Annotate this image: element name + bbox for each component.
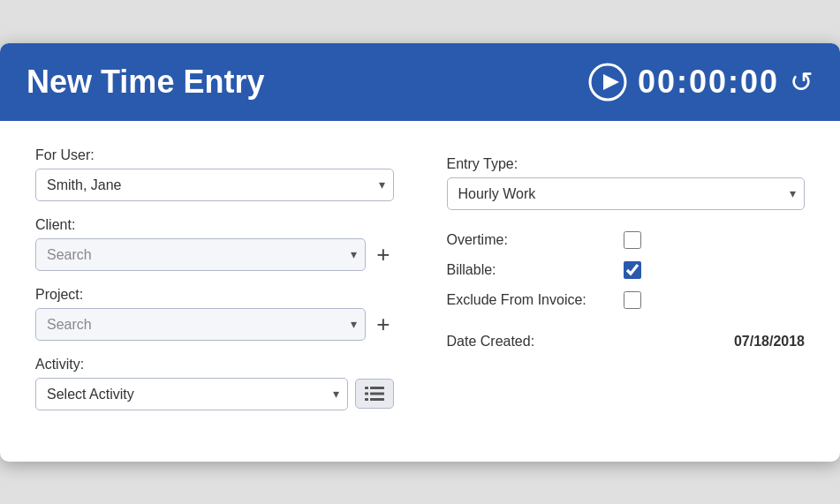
add-project-button[interactable]: + — [373, 312, 393, 335]
client-label: Client: — [35, 217, 394, 233]
play-icon[interactable] — [588, 63, 627, 102]
date-created-value: 07/18/2018 — [734, 334, 805, 350]
project-field-row: Search ▾ + — [35, 308, 394, 341]
entry-type-select-wrapper: Hourly Work ▾ — [447, 177, 806, 210]
new-time-entry-dialog: New Time Entry 00:00:00 ↺ For User: Smit… — [0, 43, 840, 462]
svg-rect-5 — [370, 393, 384, 395]
entry-type-label: Entry Type: — [447, 156, 806, 172]
date-created-row: Date Created: 07/18/2018 — [447, 334, 806, 350]
client-field-row: Search ▾ + — [35, 238, 394, 271]
billable-checkbox[interactable] — [624, 261, 641, 279]
overtime-group: Overtime: — [447, 231, 806, 249]
svg-rect-3 — [370, 387, 384, 389]
timer-display: 00:00:00 — [638, 64, 779, 101]
entry-type-group: Entry Type: Hourly Work ▾ — [447, 156, 806, 210]
billable-label: Billable: — [447, 262, 624, 278]
entry-type-select[interactable]: Hourly Work — [447, 177, 806, 210]
svg-rect-7 — [370, 398, 384, 401]
project-select[interactable]: Search — [35, 308, 366, 341]
page-title: New Time Entry — [26, 64, 264, 101]
activity-select-wrapper: Select Activity ▾ — [35, 378, 348, 410]
project-label: Project: — [35, 287, 394, 303]
svg-rect-2 — [365, 387, 368, 389]
for-user-group: For User: Smith, Jane ▾ — [35, 147, 394, 201]
list-icon — [365, 386, 384, 402]
add-client-button[interactable]: + — [373, 243, 393, 266]
exclude-invoice-group: Exclude From Invoice: — [447, 291, 806, 309]
exclude-invoice-label: Exclude From Invoice: — [447, 292, 624, 308]
right-column: Entry Type: Hourly Work ▾ Overtime: Bill… — [447, 156, 806, 426]
for-user-select-wrapper: Smith, Jane ▾ — [35, 169, 394, 201]
for-user-select[interactable]: Smith, Jane — [35, 169, 394, 201]
client-group: Client: Search ▾ + — [35, 217, 394, 271]
reset-icon[interactable]: ↺ — [790, 65, 814, 99]
activity-field-row: Select Activity ▾ — [35, 378, 394, 410]
svg-rect-6 — [365, 398, 368, 401]
client-select[interactable]: Search — [35, 238, 366, 271]
timer-section: 00:00:00 ↺ — [588, 63, 814, 102]
overtime-checkbox[interactable] — [624, 231, 641, 249]
activity-group: Activity: Select Activity ▾ — [35, 357, 394, 410]
svg-marker-1 — [603, 74, 619, 90]
overtime-label: Overtime: — [447, 232, 624, 248]
activity-list-button[interactable] — [355, 379, 394, 409]
project-group: Project: Search ▾ + — [35, 287, 394, 341]
activity-select[interactable]: Select Activity — [35, 378, 348, 410]
date-created-label: Date Created: — [447, 334, 535, 350]
left-column: For User: Smith, Jane ▾ Client: Search — [35, 147, 394, 426]
activity-label: Activity: — [35, 357, 394, 372]
billable-group: Billable: — [447, 261, 806, 279]
dialog-header: New Time Entry 00:00:00 ↺ — [0, 43, 840, 121]
for-user-label: For User: — [35, 147, 394, 163]
dialog-body: For User: Smith, Jane ▾ Client: Search — [0, 121, 840, 462]
exclude-invoice-checkbox[interactable] — [624, 291, 641, 309]
project-select-wrapper: Search ▾ — [35, 308, 366, 341]
svg-rect-4 — [365, 393, 368, 395]
client-select-wrapper: Search ▾ — [35, 238, 366, 271]
